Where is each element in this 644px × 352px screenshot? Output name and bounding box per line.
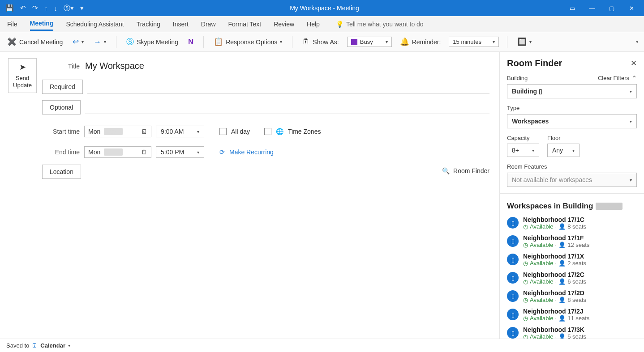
room-finder-button[interactable]: 🔍 Room Finder xyxy=(442,167,489,174)
workspace-item[interactable]: ▯ Neighborhood 17/1X ◷ Available · 👤 2 s… xyxy=(507,253,637,267)
workspace-icon: ▯ xyxy=(507,254,519,265)
onenote-button[interactable]: N xyxy=(186,36,195,48)
workspace-name: Neighborhood 17/2J xyxy=(523,308,589,315)
maximize-icon[interactable]: ▢ xyxy=(603,5,621,12)
all-day-checkbox[interactable] xyxy=(219,128,227,135)
lightbulb-icon: 💡 xyxy=(336,21,343,28)
room-finder-title: Room Finder xyxy=(507,58,562,68)
tab-tracking[interactable]: Tracking xyxy=(137,18,160,30)
seats: 5 seats xyxy=(567,333,586,339)
tab-meeting[interactable]: Meeting xyxy=(30,17,54,31)
workspace-item[interactable]: ▯ Neighborhood 17/3K ◷ Available · 👤 5 s… xyxy=(507,326,637,339)
chevron-up-icon: ⌃ xyxy=(632,75,637,81)
capacity-value: 8+ xyxy=(512,147,519,154)
cancel-meeting-button[interactable]: ✖️ Cancel Meeting xyxy=(5,35,64,48)
close-panel-icon[interactable]: ✕ xyxy=(631,59,637,68)
chevron-down-icon: ▾ xyxy=(572,148,575,153)
calendar-name[interactable]: Calendar xyxy=(40,342,65,349)
response-icon: 📋 xyxy=(214,37,223,47)
response-label: Response Options xyxy=(226,38,277,46)
save-icon[interactable]: 💾 xyxy=(4,3,16,13)
skype-meeting-button[interactable]: Ⓢ Skype Meeting xyxy=(125,35,180,49)
clock-icon: ◷ xyxy=(523,278,528,285)
close-icon[interactable]: ✕ xyxy=(623,5,640,12)
back-arrow-button[interactable]: ↩▾ xyxy=(71,35,86,48)
busy-color-icon xyxy=(351,39,357,45)
workspace-meta: ◷ Available · 👤 8 seats xyxy=(523,297,586,303)
building-dropdown[interactable]: Building ▯ ▾ xyxy=(507,84,637,98)
all-day-label: All day xyxy=(231,128,250,135)
tab-file[interactable]: File xyxy=(7,18,17,30)
floor-dropdown[interactable]: Any ▾ xyxy=(547,144,580,157)
start-date-picker[interactable]: Mon xx 🗓 xyxy=(84,126,151,137)
optional-input[interactable] xyxy=(85,101,489,114)
redacted-date: xx xyxy=(104,128,123,135)
bell-icon: 🔔 xyxy=(400,37,409,47)
availability: Available xyxy=(530,260,554,267)
chevron-down-icon[interactable]: ▾ xyxy=(68,343,70,348)
clear-filters-link[interactable]: Clear Filters ⌃ xyxy=(598,75,637,81)
optional-button[interactable]: Optional xyxy=(42,100,81,115)
start-time-dropdown[interactable]: 9:00 AM ▾ xyxy=(156,126,204,137)
show-as-group: 🗓 Show As: xyxy=(301,36,340,48)
qat-customize-icon[interactable]: ▾ xyxy=(78,3,86,13)
location-button[interactable]: Location xyxy=(42,165,81,179)
send-update-button[interactable]: ➤ Send Update xyxy=(8,58,37,93)
forward-arrow-button[interactable]: →▾ xyxy=(92,36,108,48)
end-date-picker[interactable]: Mon xx 🗓 xyxy=(84,146,151,158)
undo-icon[interactable]: ↶ xyxy=(18,3,28,13)
tab-format-text[interactable]: Format Text xyxy=(228,18,262,30)
timezones-checkbox[interactable] xyxy=(264,128,271,135)
response-options-button[interactable]: 📋 Response Options ▾ xyxy=(212,35,284,48)
location-input[interactable] xyxy=(86,165,442,177)
collapse-ribbon-icon[interactable]: ▾ xyxy=(636,39,639,45)
title-input[interactable] xyxy=(84,58,489,74)
separator xyxy=(507,36,507,48)
availability: Available xyxy=(530,223,554,230)
tab-scheduling-assistant[interactable]: Scheduling Assistant xyxy=(66,18,124,30)
tell-me-label: Tell me what you want to do xyxy=(346,21,424,28)
show-as-label: Show As: xyxy=(313,38,339,46)
required-input[interactable] xyxy=(87,81,489,93)
redo-icon[interactable]: ↷ xyxy=(30,3,40,13)
seats: 11 seats xyxy=(567,315,589,322)
calendar-icon: 🗓 xyxy=(302,38,310,47)
workspace-item[interactable]: ▯ Neighborhood 17/2J ◷ Available · 👤 11 … xyxy=(507,308,637,322)
make-recurring-link[interactable]: Make Recurring xyxy=(229,148,274,156)
tell-me-search[interactable]: 💡 Tell me what you want to do xyxy=(336,21,424,28)
up-arrow-icon[interactable]: ↑ xyxy=(43,4,50,13)
show-as-dropdown[interactable]: Busy ▾ xyxy=(347,37,392,47)
saved-to-label: Saved to xyxy=(6,342,29,349)
down-arrow-icon[interactable]: ↓ xyxy=(52,4,60,13)
required-button[interactable]: Required xyxy=(42,80,83,94)
capacity-dropdown[interactable]: 8+ ▾ xyxy=(507,144,539,157)
onenote-icon: N xyxy=(188,38,193,47)
separator xyxy=(203,36,204,48)
workspace-item[interactable]: ▯ Neighborhood 17/1C ◷ Available · 👤 8 s… xyxy=(507,216,637,230)
type-dropdown[interactable]: Workspaces ▾ xyxy=(507,114,637,128)
tab-insert[interactable]: Insert xyxy=(173,18,189,30)
end-time-dropdown[interactable]: 5:00 PM ▾ xyxy=(156,146,204,158)
workspace-item[interactable]: ▯ Neighborhood 17/2C ◷ Available · 👤 6 s… xyxy=(507,271,637,285)
tab-draw[interactable]: Draw xyxy=(201,18,216,30)
workspace-icon: ▯ xyxy=(507,309,519,320)
reminder-dropdown[interactable]: 15 minutes ▾ xyxy=(449,37,499,47)
link-icon[interactable]: ⓢ▾ xyxy=(62,3,76,13)
workspace-icon: ▯ xyxy=(507,235,519,247)
end-day: Mon xyxy=(88,148,100,156)
tab-review[interactable]: Review xyxy=(274,18,294,30)
ribbon-display-icon[interactable]: ▭ xyxy=(563,5,581,12)
capacity-label: Capacity xyxy=(507,135,539,141)
chevron-down-icon: ▾ xyxy=(104,39,106,44)
minimize-icon[interactable]: — xyxy=(583,5,601,12)
floor-value: Any xyxy=(552,147,563,154)
availability: Available xyxy=(530,315,554,322)
status-bar: Saved to 🗓 Calendar ▾ xyxy=(0,339,644,352)
categorize-button[interactable]: 🔲▾ xyxy=(515,35,533,48)
clock-icon: ◷ xyxy=(523,260,528,267)
workspace-item[interactable]: ▯ Neighborhood 17/2D ◷ Available · 👤 8 s… xyxy=(507,289,637,303)
clear-filters-label: Clear Filters xyxy=(598,75,629,81)
separator xyxy=(116,36,116,48)
tab-help[interactable]: Help xyxy=(307,18,320,30)
workspace-item[interactable]: ▯ Neighborhood 17/1F ◷ Available · 👤 12 … xyxy=(507,234,637,248)
